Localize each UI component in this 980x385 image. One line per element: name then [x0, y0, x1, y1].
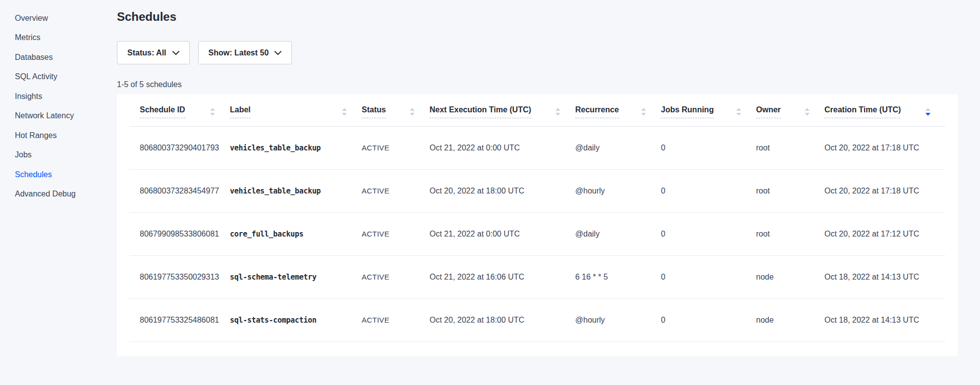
sort-up-icon	[342, 108, 347, 111]
sidebar-nav: OverviewMetricsDatabasesSQL ActivityInsi…	[0, 0, 117, 385]
cell-label: sql-stats-compaction	[230, 298, 362, 341]
sidebar-item-databases[interactable]: Databases	[0, 48, 117, 67]
cell-label: vehicles_table_backup	[230, 126, 362, 169]
cell-owner: root	[756, 212, 824, 255]
table-row: 806800373283454977vehicles_table_backupA…	[129, 169, 945, 212]
table-body: 806800373290401793vehicles_table_backupA…	[129, 126, 945, 341]
sort-down-icon	[555, 113, 560, 116]
schedules-table-card: Schedule ID Label Status Next Execution …	[117, 94, 958, 356]
column-header-schedule-id[interactable]: Schedule ID	[129, 94, 230, 126]
show-limit-dropdown[interactable]: Show: Latest 50	[198, 41, 292, 64]
sort-arrows-icon[interactable]	[926, 108, 930, 116]
cell-label: core_full_backups	[230, 212, 362, 255]
sort-down-icon	[641, 113, 646, 116]
page-title: Schedules	[117, 10, 958, 24]
cell-creation-time: Oct 20, 2022 at 17:18 UTC	[824, 126, 945, 169]
column-header-label: Owner	[756, 105, 781, 118]
status-filter-label: Status: All	[127, 48, 166, 57]
results-count: 1-5 of 5 schedules	[117, 80, 958, 89]
sort-up-icon	[410, 108, 415, 111]
sort-down-icon	[805, 113, 810, 116]
cell-recurrence: 6 16 * * 5	[575, 255, 661, 298]
cell-schedule-id: 806197753350029313	[129, 255, 230, 298]
cell-next-execution: Oct 20, 2022 at 18:00 UTC	[430, 298, 575, 341]
cell-schedule-id: 806800373290401793	[129, 126, 230, 169]
cell-jobs-running: 0	[661, 212, 756, 255]
cell-jobs-running: 0	[661, 126, 756, 169]
column-header-label[interactable]: Label	[230, 94, 362, 126]
sort-up-icon	[555, 108, 560, 111]
chevron-down-icon	[274, 50, 281, 55]
sidebar-item-hot-ranges[interactable]: Hot Ranges	[0, 126, 117, 145]
cell-next-execution: Oct 21, 2022 at 0:00 UTC	[430, 212, 575, 255]
sort-arrows-icon[interactable]	[342, 108, 347, 116]
sort-down-icon	[342, 113, 347, 116]
cell-next-execution: Oct 21, 2022 at 16:06 UTC	[430, 255, 575, 298]
cell-recurrence: @daily	[575, 212, 661, 255]
column-header-jobs-running[interactable]: Jobs Running	[661, 94, 756, 126]
column-header-label: Creation Time (UTC)	[824, 105, 901, 118]
sort-up-icon	[641, 108, 646, 111]
table-header-row: Schedule ID Label Status Next Execution …	[129, 94, 945, 126]
cell-creation-time: Oct 20, 2022 at 17:12 UTC	[824, 212, 945, 255]
cell-creation-time: Oct 18, 2022 at 14:13 UTC	[824, 298, 945, 341]
sort-arrows-icon[interactable]	[805, 108, 810, 116]
sort-down-icon	[926, 113, 930, 116]
cell-status: ACTIVE	[362, 255, 430, 298]
column-header-owner[interactable]: Owner	[756, 94, 824, 126]
schedules-table: Schedule ID Label Status Next Execution …	[129, 94, 945, 342]
cell-label: vehicles_table_backup	[230, 169, 362, 212]
sort-up-icon	[210, 108, 215, 111]
sort-arrows-icon[interactable]	[410, 108, 415, 116]
sort-down-icon	[410, 113, 415, 116]
cell-label: sql-schema-telemetry	[230, 255, 362, 298]
sidebar-item-schedules[interactable]: Schedules	[0, 165, 117, 185]
filters-bar: Status: All Show: Latest 50	[117, 41, 958, 64]
sort-arrows-icon[interactable]	[555, 108, 560, 116]
cell-owner: node	[756, 255, 824, 298]
cell-recurrence: @hourly	[575, 169, 661, 212]
cell-status: ACTIVE	[362, 212, 430, 255]
sidebar-item-sql-activity[interactable]: SQL Activity	[0, 67, 117, 87]
cell-jobs-running: 0	[661, 255, 756, 298]
cell-owner: root	[756, 169, 824, 212]
cell-status: ACTIVE	[362, 126, 430, 169]
table-row: 806799098533806081core_full_backupsACTIV…	[129, 212, 945, 255]
cell-schedule-id: 806197753325486081	[129, 298, 230, 341]
table-row: 806197753350029313sql-schema-telemetryAC…	[129, 255, 945, 298]
status-filter-dropdown[interactable]: Status: All	[117, 41, 190, 64]
cell-schedule-id: 806800373283454977	[129, 169, 230, 212]
cell-creation-time: Oct 20, 2022 at 17:18 UTC	[824, 169, 945, 212]
column-header-next-execution[interactable]: Next Execution Time (UTC)	[430, 94, 575, 126]
sort-arrows-icon[interactable]	[210, 108, 215, 116]
show-limit-label: Show: Latest 50	[209, 48, 269, 57]
sort-arrows-icon[interactable]	[641, 108, 646, 116]
sidebar-item-insights[interactable]: Insights	[0, 87, 117, 106]
sidebar-item-jobs[interactable]: Jobs	[0, 145, 117, 165]
column-header-status[interactable]: Status	[362, 94, 430, 126]
cell-jobs-running: 0	[661, 298, 756, 341]
sidebar-item-network-latency[interactable]: Network Latency	[0, 106, 117, 126]
sort-up-icon	[805, 108, 810, 111]
sort-arrows-icon[interactable]	[736, 108, 741, 116]
column-header-label: Recurrence	[575, 105, 619, 118]
cell-next-execution: Oct 21, 2022 at 0:00 UTC	[430, 126, 575, 169]
column-header-recurrence[interactable]: Recurrence	[575, 94, 661, 126]
cell-status: ACTIVE	[362, 298, 430, 341]
sidebar-item-metrics[interactable]: Metrics	[0, 28, 117, 48]
column-header-creation-time[interactable]: Creation Time (UTC)	[824, 94, 945, 126]
cell-owner: root	[756, 126, 824, 169]
sidebar-item-overview[interactable]: Overview	[0, 8, 117, 28]
cell-next-execution: Oct 20, 2022 at 18:00 UTC	[430, 169, 575, 212]
cell-schedule-id: 806799098533806081	[129, 212, 230, 255]
cell-owner: node	[756, 298, 824, 341]
table-row: 806197753325486081sql-stats-compactionAC…	[129, 298, 945, 341]
sidebar-item-advanced-debug[interactable]: Advanced Debug	[0, 185, 117, 204]
sort-down-icon	[210, 113, 215, 116]
cell-creation-time: Oct 18, 2022 at 14:13 UTC	[824, 255, 945, 298]
sort-up-icon	[926, 108, 930, 111]
cell-recurrence: @daily	[575, 126, 661, 169]
sort-up-icon	[736, 108, 741, 111]
cell-status: ACTIVE	[362, 169, 430, 212]
sort-down-icon	[736, 113, 741, 116]
